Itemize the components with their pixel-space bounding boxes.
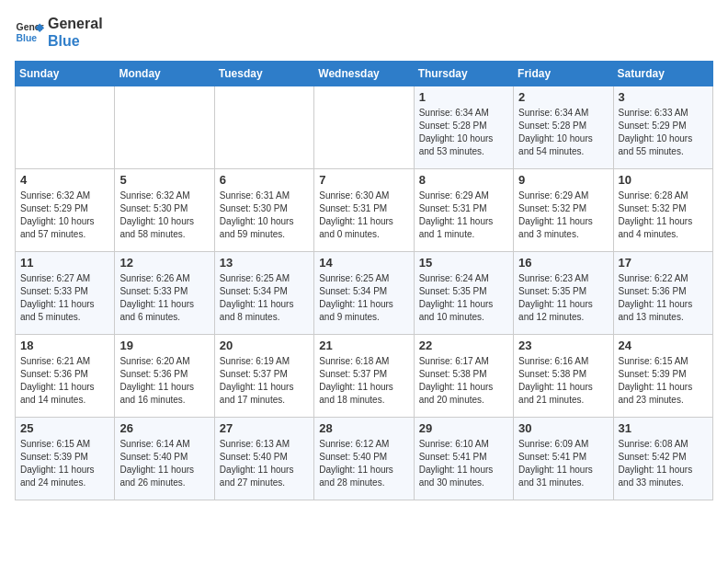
day-number: 9 bbox=[518, 173, 608, 187]
day-number: 18 bbox=[20, 339, 109, 352]
day-info: Sunrise: 6:10 AM Sunset: 5:41 PM Dayligh… bbox=[419, 438, 508, 489]
day-info: Sunrise: 6:31 AM Sunset: 5:30 PM Dayligh… bbox=[220, 190, 309, 241]
day-info: Sunrise: 6:20 AM Sunset: 5:36 PM Dayligh… bbox=[119, 355, 209, 407]
day-info: Sunrise: 6:12 AM Sunset: 5:40 PM Dayligh… bbox=[319, 438, 408, 489]
week-row-5: 25Sunrise: 6:15 AM Sunset: 5:39 PM Dayli… bbox=[16, 418, 713, 500]
day-info: Sunrise: 6:17 AM Sunset: 5:38 PM Dayligh… bbox=[419, 355, 508, 407]
calendar-cell: 22Sunrise: 6:17 AM Sunset: 5:38 PM Dayli… bbox=[414, 335, 513, 418]
day-number: 16 bbox=[518, 256, 608, 270]
day-number: 31 bbox=[619, 421, 708, 435]
day-info: Sunrise: 6:29 AM Sunset: 5:31 PM Dayligh… bbox=[419, 190, 508, 241]
day-number: 10 bbox=[619, 173, 708, 187]
weekday-header-tuesday: Tuesday bbox=[214, 62, 313, 86]
day-number: 7 bbox=[319, 173, 408, 187]
weekday-header-wednesday: Wednesday bbox=[314, 62, 414, 86]
day-number: 22 bbox=[419, 339, 508, 352]
weekday-header-row: SundayMondayTuesdayWednesdayThursdayFrid… bbox=[16, 62, 713, 86]
day-info: Sunrise: 6:15 AM Sunset: 5:39 PM Dayligh… bbox=[20, 438, 109, 489]
logo: General Blue General Blue bbox=[15, 15, 103, 50]
day-number: 30 bbox=[518, 421, 608, 435]
calendar-cell bbox=[115, 86, 214, 169]
calendar-cell: 18Sunrise: 6:21 AM Sunset: 5:36 PM Dayli… bbox=[16, 335, 115, 418]
day-info: Sunrise: 6:13 AM Sunset: 5:40 PM Dayligh… bbox=[220, 438, 309, 489]
calendar-cell: 24Sunrise: 6:15 AM Sunset: 5:39 PM Dayli… bbox=[613, 335, 712, 418]
calendar-cell: 28Sunrise: 6:12 AM Sunset: 5:40 PM Dayli… bbox=[314, 418, 414, 500]
logo-blue: Blue bbox=[48, 32, 103, 50]
page-header: General Blue General Blue bbox=[15, 15, 713, 50]
calendar-cell: 14Sunrise: 6:25 AM Sunset: 5:34 PM Dayli… bbox=[314, 252, 414, 335]
calendar-cell: 2Sunrise: 6:34 AM Sunset: 5:28 PM Daylig… bbox=[514, 86, 613, 169]
day-info: Sunrise: 6:34 AM Sunset: 5:28 PM Dayligh… bbox=[419, 107, 508, 158]
day-info: Sunrise: 6:23 AM Sunset: 5:35 PM Dayligh… bbox=[518, 272, 608, 324]
day-info: Sunrise: 6:25 AM Sunset: 5:34 PM Dayligh… bbox=[220, 272, 309, 324]
calendar-cell: 21Sunrise: 6:18 AM Sunset: 5:37 PM Dayli… bbox=[314, 335, 414, 418]
day-number: 25 bbox=[20, 421, 109, 435]
day-info: Sunrise: 6:18 AM Sunset: 5:37 PM Dayligh… bbox=[319, 355, 408, 407]
day-number: 24 bbox=[619, 339, 708, 352]
day-info: Sunrise: 6:29 AM Sunset: 5:32 PM Dayligh… bbox=[518, 190, 608, 241]
day-number: 28 bbox=[319, 421, 408, 435]
day-number: 3 bbox=[619, 90, 708, 104]
calendar-cell: 30Sunrise: 6:09 AM Sunset: 5:41 PM Dayli… bbox=[514, 418, 613, 500]
week-row-1: 1Sunrise: 6:34 AM Sunset: 5:28 PM Daylig… bbox=[16, 86, 713, 169]
day-number: 14 bbox=[319, 256, 408, 270]
calendar-cell: 17Sunrise: 6:22 AM Sunset: 5:36 PM Dayli… bbox=[613, 252, 712, 335]
calendar-cell: 11Sunrise: 6:27 AM Sunset: 5:33 PM Dayli… bbox=[16, 252, 115, 335]
calendar-cell: 19Sunrise: 6:20 AM Sunset: 5:36 PM Dayli… bbox=[115, 335, 214, 418]
day-info: Sunrise: 6:16 AM Sunset: 5:38 PM Dayligh… bbox=[518, 355, 608, 407]
calendar-cell: 16Sunrise: 6:23 AM Sunset: 5:35 PM Dayli… bbox=[514, 252, 613, 335]
weekday-header-friday: Friday bbox=[514, 62, 613, 86]
day-number: 12 bbox=[119, 256, 209, 270]
calendar-cell bbox=[16, 86, 115, 169]
day-number: 1 bbox=[419, 90, 508, 104]
day-info: Sunrise: 6:08 AM Sunset: 5:42 PM Dayligh… bbox=[619, 438, 708, 489]
weekday-header-thursday: Thursday bbox=[414, 62, 513, 86]
day-info: Sunrise: 6:26 AM Sunset: 5:33 PM Dayligh… bbox=[119, 272, 209, 324]
day-info: Sunrise: 6:30 AM Sunset: 5:31 PM Dayligh… bbox=[319, 190, 408, 241]
calendar-cell bbox=[314, 86, 414, 169]
day-number: 6 bbox=[220, 173, 309, 187]
day-info: Sunrise: 6:24 AM Sunset: 5:35 PM Dayligh… bbox=[419, 272, 508, 324]
calendar-cell: 1Sunrise: 6:34 AM Sunset: 5:28 PM Daylig… bbox=[414, 86, 513, 169]
calendar-cell: 31Sunrise: 6:08 AM Sunset: 5:42 PM Dayli… bbox=[613, 418, 712, 500]
day-info: Sunrise: 6:32 AM Sunset: 5:29 PM Dayligh… bbox=[20, 190, 109, 241]
weekday-header-saturday: Saturday bbox=[613, 62, 712, 86]
day-number: 8 bbox=[419, 173, 508, 187]
calendar-cell: 3Sunrise: 6:33 AM Sunset: 5:29 PM Daylig… bbox=[613, 86, 712, 169]
day-number: 11 bbox=[20, 256, 109, 270]
day-info: Sunrise: 6:25 AM Sunset: 5:34 PM Dayligh… bbox=[319, 272, 408, 324]
day-info: Sunrise: 6:34 AM Sunset: 5:28 PM Dayligh… bbox=[518, 107, 608, 158]
day-info: Sunrise: 6:21 AM Sunset: 5:36 PM Dayligh… bbox=[20, 355, 109, 407]
calendar-cell: 9Sunrise: 6:29 AM Sunset: 5:32 PM Daylig… bbox=[514, 169, 613, 252]
day-number: 27 bbox=[220, 421, 309, 435]
calendar-cell: 5Sunrise: 6:32 AM Sunset: 5:30 PM Daylig… bbox=[115, 169, 214, 252]
weekday-header-monday: Monday bbox=[115, 62, 214, 86]
logo-general: General bbox=[48, 15, 103, 32]
calendar-cell: 7Sunrise: 6:30 AM Sunset: 5:31 PM Daylig… bbox=[314, 169, 414, 252]
calendar-cell: 6Sunrise: 6:31 AM Sunset: 5:30 PM Daylig… bbox=[214, 169, 313, 252]
calendar-cell: 4Sunrise: 6:32 AM Sunset: 5:29 PM Daylig… bbox=[16, 169, 115, 252]
calendar-cell: 20Sunrise: 6:19 AM Sunset: 5:37 PM Dayli… bbox=[214, 335, 313, 418]
week-row-4: 18Sunrise: 6:21 AM Sunset: 5:36 PM Dayli… bbox=[16, 335, 713, 418]
day-info: Sunrise: 6:28 AM Sunset: 5:32 PM Dayligh… bbox=[619, 190, 708, 241]
calendar-cell: 23Sunrise: 6:16 AM Sunset: 5:38 PM Dayli… bbox=[514, 335, 613, 418]
day-info: Sunrise: 6:19 AM Sunset: 5:37 PM Dayligh… bbox=[220, 355, 309, 407]
calendar-cell: 26Sunrise: 6:14 AM Sunset: 5:40 PM Dayli… bbox=[115, 418, 214, 500]
calendar-cell: 15Sunrise: 6:24 AM Sunset: 5:35 PM Dayli… bbox=[414, 252, 513, 335]
calendar-cell: 25Sunrise: 6:15 AM Sunset: 5:39 PM Dayli… bbox=[16, 418, 115, 500]
calendar-cell: 29Sunrise: 6:10 AM Sunset: 5:41 PM Dayli… bbox=[414, 418, 513, 500]
calendar-cell: 27Sunrise: 6:13 AM Sunset: 5:40 PM Dayli… bbox=[214, 418, 313, 500]
day-number: 13 bbox=[220, 256, 309, 270]
day-info: Sunrise: 6:14 AM Sunset: 5:40 PM Dayligh… bbox=[119, 438, 209, 489]
day-number: 23 bbox=[518, 339, 608, 352]
calendar-cell: 13Sunrise: 6:25 AM Sunset: 5:34 PM Dayli… bbox=[214, 252, 313, 335]
day-info: Sunrise: 6:33 AM Sunset: 5:29 PM Dayligh… bbox=[619, 107, 708, 158]
day-info: Sunrise: 6:22 AM Sunset: 5:36 PM Dayligh… bbox=[619, 272, 708, 324]
weekday-header-sunday: Sunday bbox=[16, 62, 115, 86]
day-number: 4 bbox=[20, 173, 109, 187]
calendar-cell bbox=[214, 86, 313, 169]
calendar-cell: 10Sunrise: 6:28 AM Sunset: 5:32 PM Dayli… bbox=[613, 169, 712, 252]
day-number: 21 bbox=[319, 339, 408, 352]
calendar-cell: 12Sunrise: 6:26 AM Sunset: 5:33 PM Dayli… bbox=[115, 252, 214, 335]
calendar-table: SundayMondayTuesdayWednesdayThursdayFrid… bbox=[15, 61, 713, 500]
